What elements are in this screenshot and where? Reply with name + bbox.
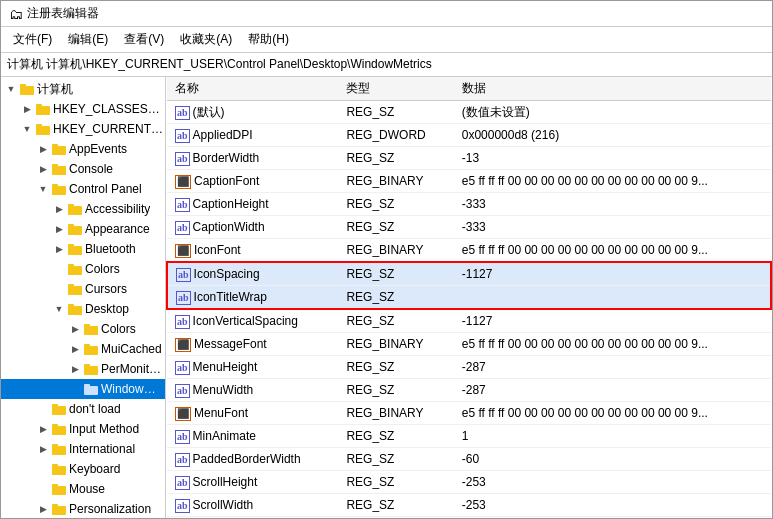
registry-row[interactable]: abShell Icon SizeREG_SZ32 bbox=[167, 517, 771, 519]
folder-icon-colors bbox=[67, 262, 83, 276]
registry-row[interactable]: abBorderWidthREG_SZ-13 bbox=[167, 147, 771, 170]
tree-toggle-bluetooth[interactable]: ▶ bbox=[51, 240, 67, 258]
folder-icon-personalization bbox=[51, 502, 67, 516]
tree-toggle-controlpanel[interactable]: ▼ bbox=[35, 180, 51, 198]
registry-cell-data: 0x000000d8 (216) bbox=[454, 124, 771, 147]
reg-bin-icon: ⬛ bbox=[175, 407, 191, 421]
tree-toggle-hkcu[interactable]: ▼ bbox=[19, 120, 35, 138]
tree-item-bluetooth[interactable]: ▶ Bluetooth bbox=[1, 239, 165, 259]
folder-icon-keyboard bbox=[51, 462, 67, 476]
registry-cell-name: abMenuWidth bbox=[167, 379, 338, 402]
tree-item-international[interactable]: ▶ International bbox=[1, 439, 165, 459]
svg-rect-36 bbox=[52, 446, 66, 455]
tree-item-controlpanel[interactable]: ▼ Control Panel bbox=[1, 179, 165, 199]
tree-item-accessibility[interactable]: ▶ Accessibility bbox=[1, 199, 165, 219]
tree-item-computer[interactable]: ▼ 计算机 bbox=[1, 79, 165, 99]
registry-cell-name: abScrollWidth bbox=[167, 494, 338, 517]
tree-label-windowmetrics: WindowMetrics bbox=[101, 380, 165, 398]
menu-favorites[interactable]: 收藏夹(A) bbox=[172, 29, 240, 50]
tree-item-appearance[interactable]: ▶ Appearance bbox=[1, 219, 165, 239]
tree-item-console[interactable]: ▶ Console bbox=[1, 159, 165, 179]
tree-toggle-hkcr[interactable]: ▶ bbox=[19, 100, 35, 118]
tree-toggle-accessibility[interactable]: ▶ bbox=[51, 200, 67, 218]
registry-name-text: MenuFont bbox=[194, 406, 248, 420]
menu-help[interactable]: 帮助(H) bbox=[240, 29, 297, 50]
registry-row[interactable]: abScrollHeightREG_SZ-253 bbox=[167, 471, 771, 494]
svg-rect-0 bbox=[20, 86, 34, 95]
registry-row[interactable]: ⬛MenuFontREG_BINARYe5 ff ff ff 00 00 00 … bbox=[167, 402, 771, 425]
tree-toggle-personalization[interactable]: ▶ bbox=[35, 500, 51, 518]
tree-toggle-colors2[interactable]: ▶ bbox=[67, 320, 83, 338]
registry-cell-type: REG_SZ bbox=[338, 101, 453, 124]
registry-row[interactable]: ab(默认)REG_SZ(数值未设置) bbox=[167, 101, 771, 124]
svg-rect-3 bbox=[36, 104, 42, 107]
tree-item-muicached[interactable]: ▶ MuiCached bbox=[1, 339, 165, 359]
svg-rect-41 bbox=[52, 484, 58, 487]
registry-cell-data: e5 ff ff ff 00 00 00 00 00 00 00 00 00 0… bbox=[454, 402, 771, 425]
col-name: 名称 bbox=[167, 77, 338, 101]
tree-panel[interactable]: ▼ 计算机▶ HKEY_CLASSES_ROOT▼ HKEY_CURRENT_U… bbox=[1, 77, 166, 518]
registry-row[interactable]: abScrollWidthREG_SZ-253 bbox=[167, 494, 771, 517]
tree-label-permonitorsetting: PerMonitorSettin bbox=[101, 360, 165, 378]
registry-row[interactable]: ⬛CaptionFontREG_BINARYe5 ff ff ff 00 00 … bbox=[167, 170, 771, 193]
tree-toggle-console[interactable]: ▶ bbox=[35, 160, 51, 178]
tree-item-dontload[interactable]: don't load bbox=[1, 399, 165, 419]
registry-name-text: CaptionWidth bbox=[193, 220, 265, 234]
registry-row[interactable]: abMenuHeightREG_SZ-287 bbox=[167, 356, 771, 379]
registry-row[interactable]: abCaptionHeightREG_SZ-333 bbox=[167, 193, 771, 216]
tree-toggle-appevents[interactable]: ▶ bbox=[35, 140, 51, 158]
registry-row[interactable]: abCaptionWidthREG_SZ-333 bbox=[167, 216, 771, 239]
registry-name-text: MinAnimate bbox=[193, 429, 256, 443]
registry-row[interactable]: abIconVerticalSpacingREG_SZ-1127 bbox=[167, 309, 771, 333]
folder-icon-cursors bbox=[67, 282, 83, 296]
svg-rect-42 bbox=[52, 506, 66, 515]
tree-item-inputmethod[interactable]: ▶ Input Method bbox=[1, 419, 165, 439]
reg-ab-icon: ab bbox=[175, 129, 190, 143]
tree-item-colors[interactable]: Colors bbox=[1, 259, 165, 279]
tree-item-appevents[interactable]: ▶ AppEvents bbox=[1, 139, 165, 159]
tree-item-desktop[interactable]: ▼ Desktop bbox=[1, 299, 165, 319]
tree-item-keyboard[interactable]: Keyboard bbox=[1, 459, 165, 479]
svg-rect-33 bbox=[52, 404, 58, 407]
tree-item-mouse[interactable]: Mouse bbox=[1, 479, 165, 499]
registry-row[interactable]: abAppliedDPIREG_DWORD0x000000d8 (216) bbox=[167, 124, 771, 147]
svg-rect-17 bbox=[68, 244, 74, 247]
registry-cell-name: abScrollHeight bbox=[167, 471, 338, 494]
registry-name-text: IconFont bbox=[194, 243, 241, 257]
folder-icon-desktop bbox=[67, 302, 83, 316]
folder-icon-hkcu bbox=[35, 122, 51, 136]
menu-edit[interactable]: 编辑(E) bbox=[60, 29, 116, 50]
registry-row[interactable]: abMinAnimateREG_SZ1 bbox=[167, 425, 771, 448]
registry-row[interactable]: abIconSpacingREG_SZ-1127 bbox=[167, 262, 771, 286]
registry-row[interactable]: ⬛MessageFontREG_BINARYe5 ff ff ff 00 00 … bbox=[167, 333, 771, 356]
registry-name-text: BorderWidth bbox=[193, 151, 260, 165]
svg-rect-10 bbox=[52, 186, 66, 195]
tree-item-colors2[interactable]: ▶ Colors bbox=[1, 319, 165, 339]
svg-rect-6 bbox=[52, 146, 66, 155]
tree-item-windowmetrics[interactable]: WindowMetrics bbox=[1, 379, 165, 399]
tree-toggle-inputmethod[interactable]: ▶ bbox=[35, 420, 51, 438]
tree-toggle-appearance[interactable]: ▶ bbox=[51, 220, 67, 238]
registry-name-text: (默认) bbox=[193, 105, 225, 119]
menu-view[interactable]: 查看(V) bbox=[116, 29, 172, 50]
registry-row[interactable]: abMenuWidthREG_SZ-287 bbox=[167, 379, 771, 402]
svg-rect-37 bbox=[52, 444, 58, 447]
svg-rect-27 bbox=[84, 344, 90, 347]
tree-item-permonitorsetting[interactable]: ▶ PerMonitorSettin bbox=[1, 359, 165, 379]
reg-ab-icon: ab bbox=[175, 384, 190, 398]
tree-item-personalization[interactable]: ▶ Personalization bbox=[1, 499, 165, 518]
tree-toggle-computer[interactable]: ▼ bbox=[3, 80, 19, 98]
tree-toggle-desktop[interactable]: ▼ bbox=[51, 300, 67, 318]
registry-row[interactable]: abIconTitleWrapREG_SZ bbox=[167, 286, 771, 310]
registry-panel[interactable]: 名称 类型 数据 ab(默认)REG_SZ(数值未设置)abAppliedDPI… bbox=[166, 77, 772, 518]
tree-toggle-international[interactable]: ▶ bbox=[35, 440, 51, 458]
registry-cell-data bbox=[454, 286, 771, 310]
tree-item-hkcu[interactable]: ▼ HKEY_CURRENT_USER bbox=[1, 119, 165, 139]
registry-row[interactable]: abPaddedBorderWidthREG_SZ-60 bbox=[167, 448, 771, 471]
tree-toggle-muicached[interactable]: ▶ bbox=[67, 340, 83, 358]
registry-row[interactable]: ⬛IconFontREG_BINARYe5 ff ff ff 00 00 00 … bbox=[167, 239, 771, 263]
tree-item-cursors[interactable]: Cursors bbox=[1, 279, 165, 299]
tree-item-hkcr[interactable]: ▶ HKEY_CLASSES_ROOT bbox=[1, 99, 165, 119]
tree-toggle-permonitorsetting[interactable]: ▶ bbox=[67, 360, 83, 378]
menu-file[interactable]: 文件(F) bbox=[5, 29, 60, 50]
